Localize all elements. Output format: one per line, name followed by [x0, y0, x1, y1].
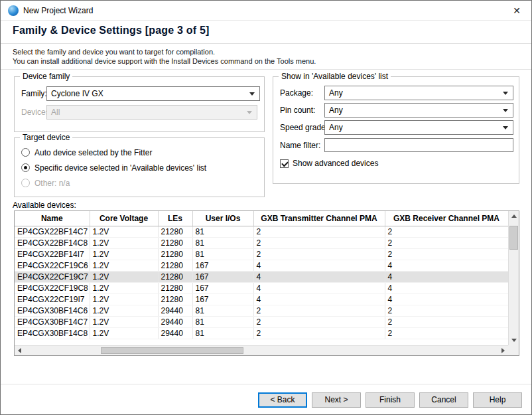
vertical-scrollbar-thumb[interactable]: [509, 226, 518, 250]
window-title: New Project Wizard: [23, 1, 93, 21]
table-cell: EP4CGX30BF14C6: [15, 305, 90, 316]
table-cell: 29440: [158, 316, 192, 327]
speed-grade-label: Speed grade:: [280, 120, 328, 135]
table-cell: 2: [385, 237, 508, 248]
table-cell: EP4CGX22CF19C7: [15, 271, 90, 282]
show-filters-legend: Show in 'Available devices' list: [279, 72, 391, 81]
devices-select: All: [46, 105, 257, 120]
table-cell: 29440: [158, 305, 192, 316]
table-row[interactable]: EP4CGX22CF19C61.2V2128016744: [15, 260, 508, 271]
table-cell: 2: [253, 327, 385, 339]
devices-select-value: All: [51, 108, 60, 117]
help-button[interactable]: Help: [473, 392, 522, 408]
pin-count-label: Pin count:: [280, 103, 315, 118]
radio-specific-device-label: Specific device selected in 'Available d…: [34, 163, 206, 173]
horizontal-scrollbar[interactable]: [15, 345, 508, 355]
column-header-core-voltage[interactable]: Core Voltage: [90, 211, 158, 226]
radio-auto-device[interactable]: Auto device selected by the Fitter: [21, 147, 152, 158]
pin-count-select[interactable]: Any: [324, 103, 513, 118]
table-cell: 81: [192, 305, 253, 316]
target-device-group: Target device Auto device selected by th…: [14, 137, 265, 197]
package-select[interactable]: Any: [324, 86, 513, 100]
table-cell: 4: [385, 282, 508, 293]
chevron-down-icon: [249, 92, 255, 96]
column-header-name[interactable]: Name: [15, 211, 90, 226]
family-select[interactable]: Cyclone IV GX: [46, 86, 260, 101]
table-cell: EP4CGX22CF19I7: [15, 293, 90, 305]
table-cell: EP4CGX22BF14I7: [15, 248, 90, 260]
back-button[interactable]: < Back: [258, 392, 307, 408]
table-cell: 167: [192, 260, 253, 271]
table-row[interactable]: EP4CGX22BF14C81.2V212808122: [15, 237, 508, 248]
table-cell: EP4CGX22CF19C8: [15, 282, 90, 293]
show-advanced-checkbox[interactable]: [280, 159, 289, 168]
table-cell: EP4CGX22BF14C8: [15, 237, 90, 248]
table-cell: 2: [253, 248, 385, 260]
table-cell: 167: [192, 282, 253, 293]
table-cell: 2: [385, 316, 508, 327]
family-label: Family:: [21, 86, 47, 101]
scroll-right-icon[interactable]: [498, 346, 508, 356]
table-row[interactable]: EP4CGX22CF19C71.2V2128016744: [15, 271, 508, 282]
scroll-down-icon[interactable]: [509, 335, 519, 345]
available-devices-table: Name Core Voltage LEs User I/Os GXB Tran…: [14, 210, 519, 356]
table-row[interactable]: EP4CGX22CF19I71.2V2128016744: [15, 293, 508, 305]
close-icon[interactable]: ✕: [502, 1, 531, 21]
table-cell: 29440: [158, 327, 192, 339]
table-cell: EP4CGX30BF14C7: [15, 316, 90, 327]
table-cell: 4: [385, 293, 508, 305]
radio-icon: [21, 179, 30, 187]
table-row[interactable]: EP4CGX22BF14C71.2V212808122: [15, 226, 508, 237]
page-description: Select the family and device you want to…: [13, 47, 316, 66]
column-header-gxb-tx[interactable]: GXB Transmitter Channel PMA: [253, 211, 385, 226]
table-cell: 4: [253, 282, 385, 293]
column-header-user-ios[interactable]: User I/Os: [192, 211, 253, 226]
name-filter-input[interactable]: [324, 138, 513, 152]
table-row[interactable]: EP4CGX22CF19C81.2V2128016744: [15, 282, 508, 293]
scroll-up-icon[interactable]: [509, 211, 519, 222]
table-row[interactable]: EP4CGX30BF14C81.2V294408122: [15, 327, 508, 339]
table-cell: 167: [192, 293, 253, 305]
table-cell: 81: [192, 237, 253, 248]
cancel-button[interactable]: Cancel: [419, 392, 468, 408]
vertical-scrollbar[interactable]: [508, 211, 519, 345]
table-cell: 1.2V: [90, 327, 158, 339]
scroll-left-icon[interactable]: [15, 346, 25, 356]
table-cell: 2: [385, 327, 508, 339]
table-cell: 1.2V: [90, 282, 158, 293]
radio-specific-device[interactable]: Specific device selected in 'Available d…: [21, 163, 206, 173]
package-select-value: Any: [329, 88, 343, 98]
table-cell: 1.2V: [90, 248, 158, 260]
table-cell: 81: [192, 248, 253, 260]
table-cell: 21280: [158, 293, 192, 305]
speed-grade-select[interactable]: Any: [324, 120, 513, 135]
radio-other-device: Other: n/a: [21, 178, 70, 189]
family-select-value: Cyclone IV GX: [51, 89, 103, 98]
table-cell: 1.2V: [90, 237, 158, 248]
table-cell: 2: [385, 226, 508, 237]
table-cell: 1.2V: [90, 271, 158, 282]
table-cell: 2: [253, 226, 385, 237]
table-cell: 81: [192, 226, 253, 237]
table-row[interactable]: EP4CGX22BF14I71.2V212808122: [15, 248, 508, 260]
horizontal-scrollbar-thumb[interactable]: [101, 347, 243, 354]
description-line-2: You can install additional device suppor…: [13, 56, 316, 66]
pin-count-select-value: Any: [329, 106, 343, 115]
device-family-group: Device family Family: Cyclone IV GX Devi…: [14, 76, 265, 132]
radio-icon: [21, 148, 30, 157]
device-table: Name Core Voltage LEs User I/Os GXB Tran…: [15, 211, 509, 339]
table-cell: 1.2V: [90, 305, 158, 316]
column-header-gxb-rx[interactable]: GXB Receiver Channel PMA: [385, 211, 508, 226]
table-row[interactable]: EP4CGX30BF14C61.2V294408122: [15, 305, 508, 316]
radio-auto-device-label: Auto device selected by the Fitter: [34, 147, 152, 158]
table-cell: 4: [385, 271, 508, 282]
new-project-wizard-dialog: New Project Wizard ✕ Family & Device Set…: [0, 0, 532, 415]
table-cell: 21280: [158, 248, 192, 260]
device-family-legend: Device family: [20, 72, 72, 81]
column-header-les[interactable]: LEs: [158, 211, 192, 226]
table-row[interactable]: EP4CGX30BF14C71.2V294408122: [15, 316, 508, 327]
next-button[interactable]: Next >: [312, 392, 361, 408]
table-cell: 2: [253, 305, 385, 316]
finish-button[interactable]: Finish: [366, 392, 415, 408]
device-table-body: EP4CGX22BF14C71.2V212808122EP4CGX22BF14C…: [15, 226, 508, 339]
